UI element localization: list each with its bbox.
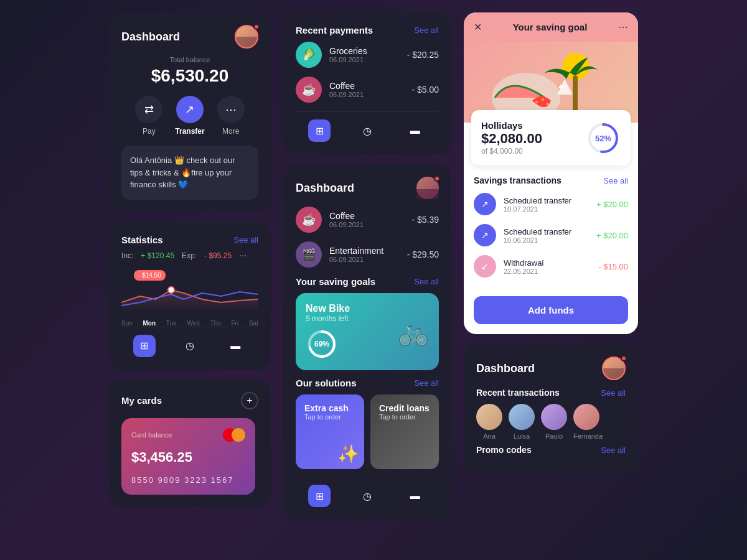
savings-transactions: Savings transactions See all ↗ Scheduled…	[464, 166, 638, 296]
trans-item-2: ↗ Scheduled transfer 10.06.2021 + $20.00	[474, 224, 628, 246]
card-nav-2[interactable]: ▬	[404, 119, 426, 142]
pay-icon: ⇄	[135, 96, 162, 123]
card-number: 8550 9809 3223 1567	[131, 475, 245, 485]
solutions-title: Our solutions	[296, 378, 357, 388]
person-name-fernanda: Fernanda	[573, 432, 603, 440]
promo-codes-header: Promo codes See all	[476, 445, 626, 455]
trans-date-1: 10.07.2021	[504, 205, 589, 213]
notification-dot	[253, 24, 260, 30]
bottom-nav-2: ⊞ ◷ ▬	[296, 111, 439, 142]
svg-point-1	[168, 287, 174, 293]
card-header-row: Card balance	[131, 428, 245, 442]
recent-trans-header: Recent transactions See all	[476, 388, 626, 398]
trans-amount-2: + $20.00	[596, 231, 628, 240]
statistics-card: Statistics See all Inc: + $120.45 Exp: -…	[109, 222, 271, 370]
coffee-info-2: Coffee 06.09.2021	[329, 211, 404, 228]
add-funds-button[interactable]: Add funds	[474, 296, 628, 324]
dashboard-card: Dashboard Total balance $6,530.20 ⇄ Pay …	[109, 12, 271, 212]
chart-area: - $14.50	[121, 265, 258, 315]
person-avatar-luisa[interactable]	[509, 404, 535, 430]
person-name-luisa: Luisa	[509, 432, 535, 440]
groceries-date: 06.09.2021	[329, 56, 400, 63]
clock-nav-3[interactable]: ◷	[356, 485, 378, 507]
avatar-wrapper	[235, 25, 258, 49]
mc-orange-circle	[232, 428, 245, 442]
credit-loans-card[interactable]: Credit loans Tap to order	[370, 394, 439, 469]
clock-nav-icon[interactable]: ◷	[179, 335, 201, 357]
recent-trans-see-all[interactable]: See all	[601, 388, 626, 398]
solutions-section: Our solutions See all Extra cash Tap to …	[296, 378, 439, 469]
savings-trans-see-all[interactable]: See all	[603, 176, 628, 185]
goal-progress-ring: 69%	[306, 328, 338, 360]
bike-icon: 🚲	[398, 317, 429, 347]
entertainment-date: 06.09.2021	[329, 256, 400, 263]
person-name-ana: Ana	[476, 432, 502, 440]
savings-trans-header: Savings transactions See all	[474, 175, 628, 185]
goal-info: New Bike 9 months left 69%	[306, 303, 390, 360]
recent-payments-card: Recent payments See all 🥬 Groceries 06.0…	[283, 12, 451, 154]
groceries-icon: 🥬	[296, 42, 322, 68]
saving-goals-see-all[interactable]: See all	[414, 277, 439, 286]
grid-nav-icon[interactable]: ⊞	[133, 335, 156, 357]
day-tue: Tue	[166, 320, 177, 327]
card-nav-3[interactable]: ▬	[404, 485, 426, 507]
coffee-icon-1: ☕	[296, 77, 322, 103]
inc-value: + $120.45	[141, 251, 174, 260]
trans-name-3: Withdrawal	[504, 258, 591, 268]
solutions-see-all[interactable]: See all	[414, 378, 439, 388]
person-paulo: Paulo	[541, 404, 567, 440]
more-button[interactable]: ⋯ More	[217, 96, 245, 136]
stats-title: Statistics	[121, 235, 163, 245]
goal-pct: 69%	[314, 340, 329, 348]
promo-codes-title: Promo codes	[476, 445, 532, 455]
dashboard-card-3: Dashboard Recent transactions See all An…	[464, 344, 638, 474]
coffee-amount-2: - $5.39	[411, 215, 439, 225]
card-nav-icon[interactable]: ▬	[224, 335, 247, 357]
grid-nav-3[interactable]: ⊞	[308, 485, 331, 507]
mastercard-icon	[223, 428, 245, 442]
grid-nav-2[interactable]: ⊞	[308, 119, 331, 142]
day-fri: Fri	[232, 320, 239, 327]
groceries-info: Groceries 06.09.2021	[329, 46, 400, 63]
trans-icon-3: ↙	[474, 255, 496, 278]
close-button[interactable]: ✕	[474, 21, 482, 33]
balance-label: Total balance	[121, 56, 258, 63]
person-avatar-ana[interactable]	[476, 404, 502, 430]
options-button[interactable]: ⋯	[618, 21, 628, 33]
coffee-amount-1: - $5.00	[411, 85, 439, 95]
extra-cash-title: Extra cash	[304, 403, 355, 413]
stats-see-all[interactable]: See all	[233, 235, 258, 245]
clock-nav-2[interactable]: ◷	[356, 119, 378, 142]
trans-name-1: Scheduled transfer	[504, 196, 589, 205]
promo-codes-see-all[interactable]: See all	[601, 446, 626, 455]
person-avatar-paulo[interactable]	[541, 404, 567, 430]
person-luisa: Luisa	[509, 404, 535, 440]
svg-text:✦: ✦	[557, 82, 565, 92]
recent-payments-see-all[interactable]: See all	[414, 26, 439, 35]
saving-goal-details: Hollidays $2,080.00 of $4,000.00 52%	[471, 110, 631, 166]
goal-name: New Bike	[306, 303, 390, 314]
chart-label: - $14.50	[134, 270, 166, 281]
new-bike-goal: New Bike 9 months left 69% 🚲	[296, 293, 439, 370]
entertainment-name: Entertainment	[329, 246, 400, 256]
coffee-date-2: 06.09.2021	[329, 221, 404, 228]
transfer-button[interactable]: ↗ Transfer	[175, 96, 204, 136]
svg-point-9	[546, 103, 548, 105]
trans-icon-2: ↗	[474, 224, 496, 246]
person-avatar-fernanda[interactable]	[573, 404, 599, 430]
progress-pct: 52%	[595, 133, 611, 142]
column-3: ✕ Your saving goal ⋯	[464, 12, 638, 474]
day-wed: Wed	[187, 320, 199, 327]
credit-loans-title: Credit loans	[379, 403, 430, 413]
person-ana: Ana	[476, 404, 502, 440]
bank-card: Card balance $3,456.25 8550 9809 3223 15…	[121, 418, 255, 495]
extra-cash-card[interactable]: Extra cash Tap to order ✨	[296, 394, 364, 469]
pay-button[interactable]: ⇄ Pay	[135, 96, 162, 136]
stats-options[interactable]: ⋯	[239, 251, 247, 260]
solutions-header: Our solutions See all	[296, 378, 439, 388]
progress-ring: 52%	[586, 121, 621, 156]
recent-payments-header: Recent payments See all	[296, 25, 439, 35]
coffee-name-2: Coffee	[329, 211, 404, 221]
coffee-date-1: 06.09.2021	[329, 91, 404, 98]
add-card-button[interactable]: +	[241, 392, 258, 409]
